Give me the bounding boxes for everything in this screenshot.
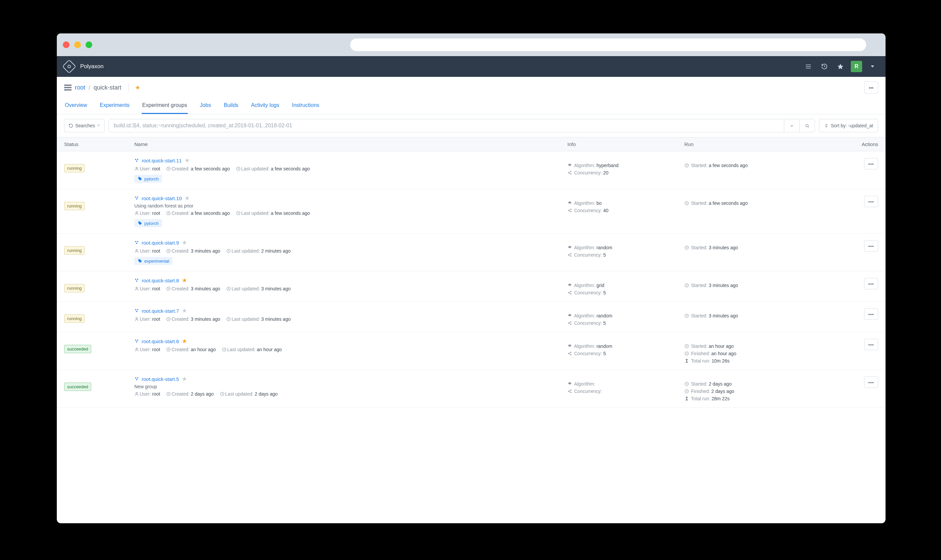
tab-instructions[interactable]: Instructions	[291, 98, 320, 114]
concurrency-icon	[567, 170, 572, 175]
row-actions-button[interactable]: •••	[864, 377, 878, 388]
table-row: running root.quick-start.9 ★ User: root …	[57, 234, 886, 271]
group-link[interactable]: root.quick-start.9	[142, 240, 179, 246]
updated-value: an hour ago	[257, 347, 282, 352]
address-bar[interactable]	[350, 38, 866, 51]
user-icon	[134, 347, 139, 352]
star-icon[interactable]	[835, 61, 846, 72]
tag-label: pytorch	[145, 177, 159, 182]
row-star-icon[interactable]: ★	[185, 194, 190, 202]
updated-value: 2 minutes ago	[261, 248, 291, 254]
tag[interactable]: experimental	[134, 257, 172, 265]
history-icon[interactable]	[819, 61, 830, 72]
search-expand-button[interactable]	[784, 119, 799, 132]
table-body: running root.quick-start.11 ★ User: root…	[57, 151, 886, 523]
svg-point-52	[570, 291, 571, 292]
row-star-icon[interactable]: ★	[182, 337, 187, 345]
user-avatar[interactable]: R	[851, 61, 862, 72]
started-label: Started:	[691, 313, 709, 318]
row-star-icon[interactable]: ★	[182, 307, 187, 314]
group-link[interactable]: root.quick-start.10	[142, 195, 182, 201]
th-run: Run	[684, 142, 838, 147]
svg-point-14	[570, 171, 571, 172]
tag[interactable]: pytorch	[134, 219, 162, 227]
close-icon[interactable]	[63, 42, 69, 48]
table-row: running root.quick-start.8 ★ User: root …	[57, 271, 886, 302]
user-label: User:	[140, 347, 152, 352]
tab-experiments[interactable]: Experiments	[99, 98, 130, 114]
svg-point-76	[570, 352, 571, 352]
group-link[interactable]: root.quick-start.7	[142, 308, 179, 314]
project-star-icon[interactable]: ★	[135, 84, 140, 91]
row-actions-button[interactable]: •••	[864, 158, 878, 169]
row-star-icon[interactable]: ★	[182, 239, 187, 246]
svg-line-66	[569, 322, 571, 323]
menu-icon[interactable]	[803, 61, 814, 72]
started-label: Started:	[691, 200, 709, 206]
group-link[interactable]: root.quick-start.5	[142, 376, 179, 382]
sort-button[interactable]: Sort by: -updated_at	[819, 119, 878, 132]
user-label: User:	[140, 211, 152, 216]
saved-searches-button[interactable]: Searches	[64, 119, 105, 132]
tab-jobs[interactable]: Jobs	[199, 98, 212, 114]
clock-icon	[684, 351, 689, 356]
row-star-icon[interactable]: ★	[182, 277, 187, 284]
maximize-icon[interactable]	[86, 42, 92, 48]
tab-activity-logs[interactable]: Activity logs	[250, 98, 280, 114]
svg-line-5	[808, 126, 809, 127]
svg-point-15	[570, 174, 571, 174]
table-row: running root.quick-start.7 ★ User: root …	[57, 302, 886, 332]
updated-value: a few seconds ago	[271, 166, 310, 171]
group-link[interactable]: root.quick-start.8	[142, 278, 179, 283]
th-name: Name	[134, 142, 567, 147]
row-actions-button[interactable]: •••	[864, 196, 878, 207]
tag[interactable]: pytorch	[134, 175, 162, 183]
row-star-icon[interactable]: ★	[185, 157, 190, 164]
svg-point-84	[136, 379, 137, 381]
svg-point-64	[570, 322, 571, 322]
clock-icon	[166, 391, 171, 397]
tab-experiment-groups[interactable]: Experiment groups	[142, 98, 188, 114]
chevron-down-icon	[97, 125, 100, 127]
tab-overview[interactable]: Overview	[64, 98, 88, 114]
svg-point-27	[570, 209, 571, 209]
created-label: Created:	[171, 166, 191, 171]
status-badge: running	[64, 164, 85, 172]
clock-icon	[166, 317, 171, 322]
clock-icon	[166, 211, 171, 216]
updated-label: Last updated:	[227, 347, 257, 352]
user-menu-caret-icon[interactable]	[867, 61, 878, 72]
breadcrumb-sep: /	[89, 84, 90, 91]
concurrency-icon	[567, 351, 572, 356]
created-value: 3 minutes ago	[191, 286, 220, 291]
row-actions-button[interactable]: •••	[864, 308, 878, 320]
svg-point-77	[570, 354, 571, 355]
breadcrumb-root[interactable]: root	[75, 84, 85, 91]
project-actions-button[interactable]: •••	[864, 82, 878, 94]
concurrency-label: Concurrency:	[574, 389, 602, 394]
row-actions-button[interactable]: •••	[864, 278, 878, 289]
group-icon	[134, 240, 139, 245]
svg-point-20	[137, 197, 138, 198]
tab-builds[interactable]: Builds	[223, 98, 239, 114]
svg-point-89	[570, 389, 571, 390]
group-link[interactable]: root.quick-start.6	[142, 338, 179, 344]
algorithm-icon	[567, 200, 572, 206]
row-star-icon[interactable]: ★	[182, 375, 187, 383]
svg-line-16	[569, 172, 571, 172]
hourglass-icon	[684, 358, 689, 363]
row-actions-button[interactable]: •••	[864, 339, 878, 350]
search-submit-button[interactable]	[799, 119, 815, 132]
algorithm-label: Algorithm:	[574, 283, 597, 288]
minimize-icon[interactable]	[74, 42, 81, 48]
tag-label: pytorch	[145, 221, 159, 226]
updated-value: 3 minutes ago	[261, 286, 291, 291]
row-actions-button[interactable]: •••	[864, 240, 878, 252]
group-icon	[134, 338, 139, 344]
logo-icon	[62, 60, 76, 74]
search-input[interactable]	[109, 119, 784, 132]
row-subtitle: New group	[134, 384, 567, 389]
svg-point-4	[806, 124, 808, 127]
group-link[interactable]: root.quick-start.11	[142, 158, 182, 163]
user-label: User:	[140, 286, 152, 291]
